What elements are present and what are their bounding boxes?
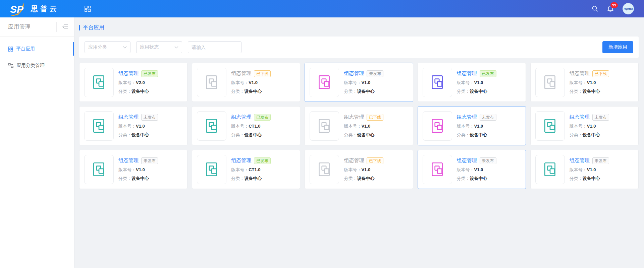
apps-grid-icon[interactable] <box>85 6 91 12</box>
app-card-title[interactable]: 组态管理 <box>118 114 139 120</box>
category-value: 设备中心 <box>131 89 149 94</box>
app-category-row: 分类：设备中心 <box>570 132 609 138</box>
version-label: 版本号： <box>118 124 136 129</box>
search-input[interactable] <box>188 41 241 53</box>
app-category-row: 分类：设备中心 <box>344 88 383 94</box>
app-version-row: 版本号：V1.0 <box>457 123 496 129</box>
version-label: 版本号： <box>457 80 474 85</box>
sidebar-title: 应用管理 <box>0 23 56 30</box>
sidebar-item-app-category-mgmt[interactable]: 应用分类管理 <box>0 57 74 74</box>
app-card-title[interactable]: 组态管理 <box>231 70 251 77</box>
app-card[interactable]: 组态管理已下线版本号：V1.0分类：设备中心 <box>530 63 639 102</box>
app-icon-teal-squares <box>535 111 565 141</box>
category-label: 分类： <box>457 89 470 94</box>
avatar-label: Hignton <box>624 8 633 10</box>
notification-bell-icon[interactable]: 99 <box>607 5 614 12</box>
app-card-title[interactable]: 组态管理 <box>457 70 477 77</box>
user-avatar[interactable]: Hignton <box>623 3 634 14</box>
app-card[interactable]: 组态管理未发布版本号：V1.0分类：设备中心 <box>305 63 413 102</box>
category-value: 设备中心 <box>131 176 149 181</box>
version-label: 版本号： <box>118 167 136 172</box>
app-icon-teal-squares <box>84 68 114 97</box>
app-card[interactable]: 组态管理未发布版本号：V1.0分类：设备中心 <box>530 106 639 145</box>
app-card-title[interactable]: 组态管理 <box>231 114 251 120</box>
app-card-title[interactable]: 组态管理 <box>457 157 477 164</box>
app-status-select[interactable]: 应用状态 <box>136 41 182 53</box>
version-value: V1.0 <box>587 167 596 172</box>
app-version-row: 版本号：CT1.0 <box>231 167 271 173</box>
version-label: 版本号： <box>231 167 249 172</box>
grid-icon <box>8 47 13 52</box>
app-card-title[interactable]: 组态管理 <box>118 157 139 164</box>
status-badge: 已下线 <box>254 70 271 77</box>
app-version-row: 版本号：V1.0 <box>118 167 158 173</box>
version-value: V2.0 <box>136 80 145 85</box>
app-category-select[interactable]: 应用分类 <box>85 41 130 53</box>
app-category-row: 分类：设备中心 <box>231 132 271 138</box>
app-card[interactable]: 组态管理未发布版本号：V1.0分类：设备中心 <box>418 106 526 145</box>
app-icon-gray-squares <box>310 111 339 141</box>
brand-name: 思普云 <box>31 4 59 13</box>
app-card-title[interactable]: 组态管理 <box>118 70 139 77</box>
app-card-title[interactable]: 组态管理 <box>344 114 364 120</box>
app-icon-magenta-squares <box>310 68 339 97</box>
app-category-row: 分类：设备中心 <box>118 132 158 138</box>
app-card-title[interactable]: 组态管理 <box>570 157 590 164</box>
version-value: V1.0 <box>136 167 145 172</box>
app-card[interactable]: 组态管理已发布版本号：V2.0分类：设备中心 <box>79 63 187 102</box>
category-value: 设备中心 <box>470 176 487 181</box>
app-card[interactable]: 组态管理已发布版本号：CT1.0分类：设备中心 <box>192 106 300 145</box>
add-app-button[interactable]: 新增应用 <box>602 41 633 53</box>
app-card-title[interactable]: 组态管理 <box>344 157 364 164</box>
app-card[interactable]: 组态管理未发布版本号：V1.0分类：设备中心 <box>79 150 187 189</box>
version-label: 版本号： <box>570 80 587 85</box>
version-label: 版本号： <box>570 124 587 129</box>
app-card-title[interactable]: 组态管理 <box>570 114 590 120</box>
sidebar-collapse-icon[interactable] <box>56 22 74 32</box>
sidebar-item-platform-apps[interactable]: 平台应用 <box>0 41 74 57</box>
app-card-title[interactable]: 组态管理 <box>570 70 590 77</box>
app-icon-gray-squares <box>310 155 339 184</box>
app-category-row: 分类：设备中心 <box>457 88 496 94</box>
category-label: 分类： <box>118 89 131 94</box>
status-badge: 未发布 <box>480 157 496 164</box>
version-label: 版本号： <box>118 80 136 85</box>
sidebar-item-label: 平台应用 <box>16 46 35 52</box>
app-card[interactable]: 组态管理已发布版本号：V1.0分类：设备中心 <box>418 63 526 102</box>
version-value: V1.0 <box>361 124 370 129</box>
app-card[interactable]: 组态管理未发布版本号：V1.0分类：设备中心 <box>79 106 187 145</box>
app-version-row: 版本号：V1.0 <box>344 80 383 86</box>
status-badge: 已发布 <box>254 157 271 164</box>
version-value: V1.0 <box>136 124 145 129</box>
app-card-title[interactable]: 组态管理 <box>231 157 251 164</box>
status-badge: 未发布 <box>480 114 496 121</box>
app-category-row: 分类：设备中心 <box>231 176 271 182</box>
page-title: 平台应用 <box>83 24 104 31</box>
app-card[interactable]: 组态管理已发布版本号：CT1.0分类：设备中心 <box>192 150 300 189</box>
app-card[interactable]: 组态管理已下线版本号：V1.0分类：设备中心 <box>305 150 413 189</box>
app-card[interactable]: 组态管理已下线版本号：V1.0分类：设备中心 <box>192 63 300 102</box>
app-card-title[interactable]: 组态管理 <box>457 114 477 120</box>
category-icon <box>8 63 13 68</box>
app-card[interactable]: 组态管理未发布版本号：V1.0分类：设备中心 <box>530 150 639 189</box>
app-card-title[interactable]: 组态管理 <box>344 70 364 77</box>
status-badge: 已下线 <box>367 157 383 164</box>
version-value: V1.0 <box>474 167 483 172</box>
category-value: 设备中心 <box>357 132 374 137</box>
app-category-row: 分类：设备中心 <box>118 88 158 94</box>
main-content: 平台应用 应用分类 应用状态 新增应用 组态管理已发布版本号：V2.0分类：设备… <box>74 17 644 268</box>
app-icon-teal-squares <box>197 155 226 184</box>
app-card[interactable]: 组态管理未发布版本号：V1.0分类：设备中心 <box>418 150 526 189</box>
app-card[interactable]: 组态管理已下线版本号：V1.0分类：设备中心 <box>305 106 413 145</box>
status-badge: 未发布 <box>592 114 609 121</box>
category-label: 分类： <box>118 132 131 137</box>
notification-count-badge: 99 <box>610 2 618 8</box>
app-category-row: 分类：设备中心 <box>570 176 609 182</box>
version-value: CT1.0 <box>249 124 260 129</box>
status-badge: 已发布 <box>254 114 271 121</box>
app-icon-magenta-squares <box>423 111 452 141</box>
app-header: SP 思普云 99 Hignton <box>0 0 644 17</box>
version-label: 版本号： <box>344 124 361 129</box>
search-icon[interactable] <box>592 5 598 12</box>
status-badge: 未发布 <box>141 114 158 121</box>
